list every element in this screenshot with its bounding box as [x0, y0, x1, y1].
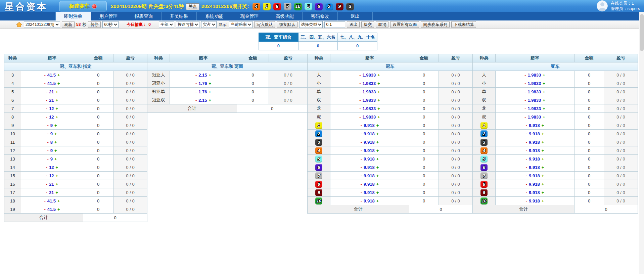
submit-button[interactable]: 提交: [361, 21, 374, 28]
write-default-button[interactable]: 写入默认: [254, 21, 275, 28]
kind-cell[interactable]: 3: [473, 138, 496, 146]
kind-cell[interactable]: 小: [308, 79, 330, 88]
nav-tab-9[interactable]: 退出: [337, 12, 373, 20]
set-all-sides-button[interactable]: 设置所有双面: [390, 21, 419, 28]
odds-decrease-button[interactable]: -: [42, 207, 47, 212]
kind-cell[interactable]: 7: [308, 172, 330, 180]
nav-tab-8[interactable]: 密码修改: [302, 12, 337, 20]
home-icon[interactable]: [16, 22, 22, 27]
odds-decrease-button[interactable]: -: [359, 156, 364, 162]
kind-cell[interactable]: 单: [308, 88, 330, 96]
odds-decrease-button[interactable]: -: [45, 123, 50, 128]
odds-decrease-button[interactable]: -: [44, 89, 49, 94]
odds-decrease-button[interactable]: -: [523, 73, 527, 78]
nav-tab-5[interactable]: 系统功能: [196, 12, 232, 20]
kind-cell[interactable]: 2: [473, 130, 496, 138]
odds-decrease-button[interactable]: -: [44, 173, 49, 178]
odds-increase-button[interactable]: +: [540, 123, 546, 128]
kind-cell[interactable]: 9: [4, 121, 21, 130]
odds-increase-button[interactable]: +: [540, 182, 546, 187]
odds-increase-button[interactable]: +: [540, 198, 546, 203]
download-unsettled-button[interactable]: 下载未结算: [451, 21, 476, 28]
type-select[interactable]: 选择类型: [299, 21, 323, 28]
odds-decrease-button[interactable]: -: [359, 198, 364, 203]
odds-increase-button[interactable]: +: [541, 89, 547, 94]
kind-cell[interactable]: 17: [4, 188, 21, 197]
kind-cell[interactable]: 9: [308, 188, 330, 197]
odds-decrease-button[interactable]: -: [524, 190, 529, 195]
kind-cell[interactable]: 9: [473, 188, 496, 197]
interval-select[interactable]: 60秒: [102, 21, 119, 28]
mode-select[interactable]: 实占: [201, 21, 217, 28]
odds-increase-button[interactable]: +: [375, 165, 381, 170]
kind-cell[interactable]: 6: [473, 163, 496, 172]
odds-decrease-button[interactable]: -: [359, 190, 364, 195]
odds-decrease-button[interactable]: -: [359, 165, 364, 170]
scope-select[interactable]: 全部: [159, 21, 174, 28]
kind-cell[interactable]: 虎: [308, 113, 330, 121]
odds-increase-button[interactable]: +: [540, 148, 546, 153]
kind-cell[interactable]: 冠亚双: [147, 96, 170, 104]
odds-decrease-button[interactable]: -: [45, 156, 50, 162]
odds-decrease-button[interactable]: -: [359, 123, 364, 128]
odds-increase-button[interactable]: +: [375, 182, 381, 187]
odds-increase-button[interactable]: +: [375, 198, 381, 203]
odds-decrease-button[interactable]: -: [524, 198, 529, 203]
odds-decrease-button[interactable]: -: [44, 106, 49, 111]
odds-increase-button[interactable]: +: [375, 190, 381, 195]
odds-decrease-button[interactable]: -: [194, 89, 198, 94]
step-input[interactable]: [324, 21, 345, 28]
cancel-button[interactable]: 取消: [376, 21, 388, 28]
odds-decrease-button[interactable]: -: [194, 73, 198, 78]
odds-decrease-button[interactable]: -: [359, 140, 364, 145]
odds-increase-button[interactable]: +: [54, 115, 60, 120]
refresh-button[interactable]: 刷新: [62, 21, 75, 28]
odds-decrease-button[interactable]: -: [358, 106, 362, 111]
odds-decrease-button[interactable]: -: [524, 156, 529, 162]
kind-cell[interactable]: 龙: [473, 104, 496, 113]
odds-increase-button[interactable]: +: [540, 190, 546, 195]
odds-increase-button[interactable]: +: [541, 106, 547, 111]
kind-cell[interactable]: 2: [308, 130, 330, 138]
odds-increase-button[interactable]: +: [541, 73, 547, 78]
odds-increase-button[interactable]: +: [56, 73, 62, 78]
odds-increase-button[interactable]: +: [541, 98, 547, 103]
kind-cell[interactable]: 8: [473, 180, 496, 188]
odds-increase-button[interactable]: +: [54, 182, 60, 187]
odds-decrease-button[interactable]: -: [358, 89, 362, 94]
odds-increase-button[interactable]: +: [53, 156, 59, 162]
odds-decrease-button[interactable]: -: [42, 198, 47, 203]
odds-decrease-button[interactable]: -: [42, 81, 47, 86]
nav-tab-3[interactable]: 报表查询: [126, 12, 161, 20]
kind-cell[interactable]: 冠亚小: [147, 79, 170, 88]
kind-cell[interactable]: 5: [308, 155, 330, 163]
restore-default-button[interactable]: 恢复默认: [277, 21, 297, 28]
kind-cell[interactable]: 7: [473, 172, 496, 180]
odds-decrease-button[interactable]: -: [524, 140, 529, 145]
send-button[interactable]: 送出: [347, 21, 360, 28]
odds-decrease-button[interactable]: -: [359, 148, 364, 153]
odds-increase-button[interactable]: +: [540, 173, 546, 178]
odds-increase-button[interactable]: +: [54, 98, 60, 103]
odds-increase-button[interactable]: +: [376, 106, 382, 111]
kind-cell[interactable]: 6: [4, 96, 21, 104]
odds-decrease-button[interactable]: -: [524, 123, 529, 128]
odds-decrease-button[interactable]: -: [44, 115, 49, 120]
odds-decrease-button[interactable]: -: [524, 148, 529, 153]
odds-increase-button[interactable]: +: [54, 173, 60, 178]
odds-increase-button[interactable]: +: [207, 98, 213, 103]
odds-increase-button[interactable]: +: [54, 106, 60, 111]
kind-cell[interactable]: 10: [308, 197, 330, 205]
odds-increase-button[interactable]: +: [53, 131, 59, 136]
odds-increase-button[interactable]: +: [375, 140, 381, 145]
odds-decrease-button[interactable]: -: [523, 89, 527, 94]
kind-cell[interactable]: 冠亚大: [147, 71, 170, 79]
odds-decrease-button[interactable]: -: [44, 190, 49, 195]
kind-cell[interactable]: 3: [4, 71, 21, 79]
kind-cell[interactable]: 1: [308, 121, 330, 130]
odds-increase-button[interactable]: +: [376, 115, 382, 120]
close-market-button[interactable]: 关盘: [186, 3, 199, 10]
odds-increase-button[interactable]: +: [541, 115, 547, 120]
odds-increase-button[interactable]: +: [376, 98, 382, 103]
odds-increase-button[interactable]: +: [376, 89, 382, 94]
